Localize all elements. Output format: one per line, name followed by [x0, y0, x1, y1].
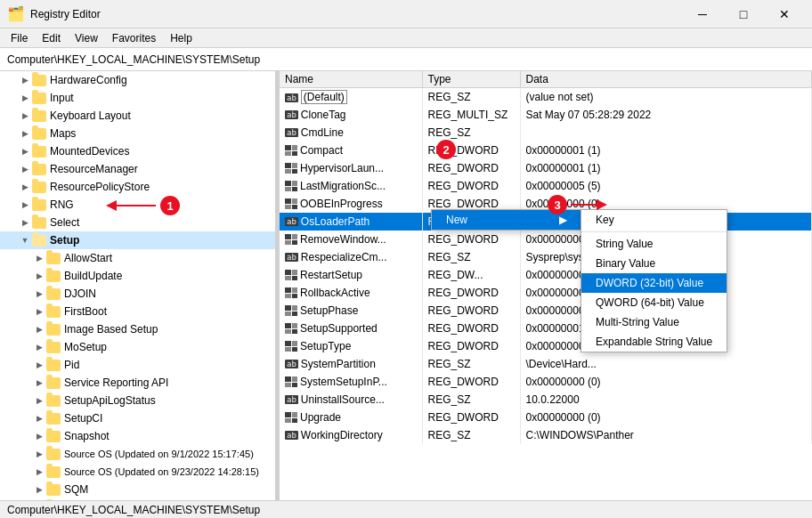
tree-item-setup[interactable]: ▼ Setup — [0, 231, 275, 249]
menu-help[interactable]: Help — [163, 30, 199, 46]
table-row[interactable]: ab(Default)REG_SZ(value not set) — [280, 88, 812, 106]
status-bar: Computer\HKEY_LOCAL_MACHINE\SYSTEM\Setup — [0, 500, 812, 518]
table-row[interactable]: SystemSetupInP...REG_DWORD0x00000000 (0) — [280, 373, 812, 391]
table-row[interactable]: RestartSetupREG_DW...0x00000000 (0) — [280, 266, 812, 284]
cell-type: REG_DW... — [422, 266, 520, 284]
table-scroll[interactable]: Name Type Data ab(Default)REG_SZ(value n… — [280, 71, 812, 500]
cell-data: \Device\Hard... — [520, 355, 812, 373]
expand-arrow: ▶ — [32, 358, 46, 372]
tree-item-select[interactable]: ▶ Select — [0, 214, 275, 231]
folder-icon — [32, 75, 46, 86]
folder-icon — [32, 199, 46, 211]
cell-type: REG_SZ — [422, 426, 520, 444]
table-row[interactable]: abWorkingDirectoryREG_SZC:\WINDOWS\Panth… — [280, 426, 812, 444]
cell-data: (value not set) — [520, 88, 812, 106]
menu-edit[interactable]: Edit — [35, 30, 68, 46]
folder-icon — [32, 93, 46, 104]
tree-item-mosetup[interactable]: ▶ MoSetup — [0, 338, 275, 356]
tree-item-firstboot[interactable]: ▶ FirstBoot — [0, 303, 275, 320]
col-data: Data — [520, 71, 812, 88]
tree-label: Service Reporting API — [64, 376, 168, 389]
cell-data: 0x00000000 (0) — [520, 409, 812, 426]
tree-item-servicereportingapi[interactable]: ▶ Service Reporting API — [0, 374, 275, 392]
cell-data: 0x00000001 ( — [520, 320, 812, 337]
table-row[interactable]: LastMigrationSc...REG_DWORD0x00000005 (5… — [280, 177, 812, 195]
cell-name: SetupPhase — [280, 302, 422, 320]
menu-file[interactable]: File — [4, 30, 35, 46]
expand-arrow: ▶ — [32, 429, 46, 443]
cell-name: abCmdLine — [280, 124, 422, 142]
cell-type: REG_SZ — [422, 213, 520, 231]
cell-type: REG_MULTI_SZ — [422, 106, 520, 124]
table-row[interactable]: OOBEInProgressREG_DWORD0x00000000 (0) — [280, 195, 812, 213]
cell-name: abUninstallSource... — [280, 391, 422, 409]
close-button[interactable]: ✕ — [764, 0, 805, 28]
table-row[interactable]: abCmdLineREG_SZ — [280, 124, 812, 142]
tree-item-snapshot[interactable]: ▶ Snapshot — [0, 427, 275, 445]
table-row[interactable]: SetupSupportedREG_DWORD0x00000001 ( — [280, 320, 812, 337]
expand-arrow: ▶ — [32, 447, 46, 461]
tree-item-resourcepolicystore[interactable]: ▶ ResourcePolicyStore — [0, 178, 275, 196]
folder-icon — [46, 306, 61, 318]
tree-item-resourcemanager[interactable]: ▶ ResourceManager — [0, 160, 275, 178]
table-row[interactable]: SetupPhaseREG_DWORD0x00000000 (0 — [280, 302, 812, 320]
expand-arrow: ▶ — [18, 162, 32, 176]
cell-name: abRespecializeCm... — [280, 248, 422, 266]
tree-item-status[interactable]: ▶ Status — [0, 498, 275, 500]
tree-item-input[interactable]: ▶ Input — [0, 89, 275, 107]
title-bar: 🗂️ Registry Editor ─ □ ✕ — [0, 0, 812, 28]
folder-icon — [46, 377, 61, 389]
expand-arrow: ▶ — [32, 482, 46, 497]
tree-label: AllowStart — [64, 252, 112, 264]
cell-data: 0x00000000 (0 — [520, 337, 812, 355]
table-row[interactable]: RemoveWindow...REG_DWORD0x00000000 (0) — [280, 231, 812, 248]
tree-label: MountedDevices — [50, 145, 129, 158]
tree-item-maps[interactable]: ▶ Maps — [0, 125, 275, 142]
tree-label: SetupCI — [64, 412, 102, 425]
tree-item-sourceos2[interactable]: ▶ Source OS (Updated on 9/23/2022 14:28:… — [0, 463, 275, 481]
tree-label: DJOIN — [64, 287, 96, 300]
table-row[interactable]: abCloneTagREG_MULTI_SZSat May 07 05:28:2… — [280, 106, 812, 124]
tree-item-pid[interactable]: ▶ Pid — [0, 356, 275, 374]
col-type: Type — [422, 71, 520, 88]
expand-arrow: ▶ — [32, 322, 46, 336]
menu-view[interactable]: View — [68, 30, 105, 46]
table-row[interactable]: HypervisorLaun...REG_DWORD0x00000001 (1) — [280, 159, 812, 177]
cell-type: REG_DWORD — [422, 337, 520, 355]
table-row[interactable]: abUninstallSource...REG_SZ10.0.22000 — [280, 391, 812, 409]
status-text: Computer\HKEY_LOCAL_MACHINE\SYSTEM\Setup — [7, 504, 260, 516]
tree-label: Setup — [50, 234, 79, 247]
tree-item-mounteddevices[interactable]: ▶ MountedDevices — [0, 142, 275, 160]
cell-data: C:\WINDOWS\Panther — [520, 426, 812, 444]
cell-name: LastMigrationSc... — [280, 177, 422, 195]
table-row[interactable]: abRespecializeCm...REG_SZSysprep\sysp... — [280, 248, 812, 266]
tree-item-sourceos1[interactable]: ▶ Source OS (Updated on 9/1/2022 15:17:4… — [0, 445, 275, 463]
expand-arrow: ▶ — [32, 340, 46, 354]
tree-item-keyboard[interactable]: ▶ Keyboard Layout — [0, 107, 275, 125]
maximize-button[interactable]: □ — [723, 0, 764, 28]
cell-type: REG_DWORD — [422, 177, 520, 195]
menu-favorites[interactable]: Favorites — [105, 30, 163, 46]
expand-arrow: ▶ — [18, 215, 32, 230]
tree-item-setupapilogstatus[interactable]: ▶ SetupApiLogStatus — [0, 392, 275, 409]
tree-item-rng[interactable]: ▶ RNG — [0, 196, 275, 214]
tree-item-setupci[interactable]: ▶ SetupCI — [0, 409, 275, 427]
tree-item-djoin[interactable]: ▶ DJOIN — [0, 285, 275, 303]
table-row[interactable]: abSystemPartitionREG_SZ\Device\Hard... — [280, 355, 812, 373]
tree-item-allowstart[interactable]: ▶ AllowStart — [0, 249, 275, 267]
tree-item-imagebasedsetup[interactable]: ▶ Image Based Setup — [0, 320, 275, 338]
cell-data: 0x00000000 (0) — [520, 195, 812, 213]
cell-name: Upgrade — [280, 409, 422, 426]
table-row[interactable]: RollbackActiveREG_DWORD0x00000000 (0 — [280, 284, 812, 302]
tree-label: ResourceManager — [50, 163, 138, 175]
table-row[interactable]: SetupTypeREG_DWORD0x00000000 (0 — [280, 337, 812, 355]
table-row[interactable]: abOsLoaderPathREG_SZ — [280, 213, 812, 231]
minimize-button[interactable]: ─ — [682, 0, 723, 28]
table-row[interactable]: UpgradeREG_DWORD0x00000000 (0) — [280, 409, 812, 426]
cell-data: 0x00000000 (0 — [520, 302, 812, 320]
cell-data: 10.0.22000 — [520, 391, 812, 409]
tree-item-sqm[interactable]: ▶ SQM — [0, 481, 275, 498]
tree-item-buildupdate[interactable]: ▶ BuildUpdate — [0, 267, 275, 285]
table-row[interactable]: CompactREG_DWORD0x00000001 (1) — [280, 142, 812, 159]
tree-item-hardwareconfig[interactable]: ▶ HardwareConfig — [0, 71, 275, 89]
